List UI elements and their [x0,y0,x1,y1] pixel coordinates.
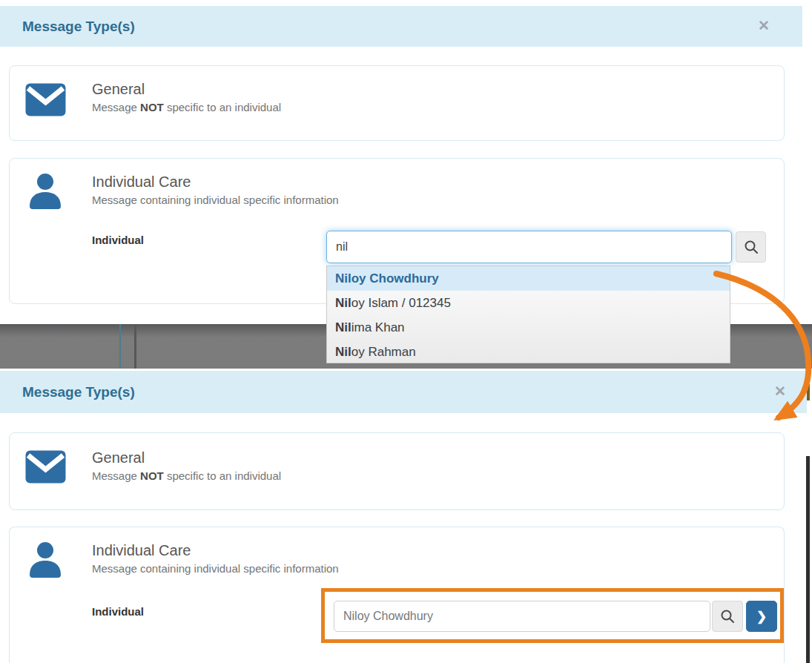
general-message-type-card[interactable]: General Message NOT specific to an indiv… [9,65,785,141]
card-title: General [92,79,281,99]
search-icon [744,240,759,254]
suggestion-item[interactable]: Niloy Islam / 012345 [327,291,730,315]
person-icon [30,174,61,209]
card-description: Message containing individual specific i… [92,192,339,208]
background-edge-line [806,456,810,663]
card-title: Individual Care [92,172,339,192]
close-icon[interactable]: ✕ [758,19,770,33]
envelope-icon [25,83,66,116]
general-message-type-card[interactable]: General Message NOT specific to an indiv… [9,432,785,510]
suggestion-item[interactable]: Nilima Khan [327,315,730,340]
search-button[interactable] [712,601,743,632]
person-icon [30,542,61,578]
individual-search-input[interactable] [326,231,732,263]
page-title: Message Type(s) [22,19,135,35]
search-icon [720,609,735,624]
autocomplete-dropdown: Niloy Chowdhury Niloy Islam / 012345 Nil… [326,265,730,363]
card-description: Message NOT specific to an individual [92,99,281,115]
dialog-before-header: Message Type(s) ✕ [0,6,802,47]
submit-button[interactable]: ❯ [746,601,777,632]
card-title: Individual Care [92,541,339,561]
chevron-right-icon: ❯ [756,609,767,624]
individual-field-label: Individual [92,605,144,618]
card-title: General [92,448,281,468]
background-divider-line [119,324,121,369]
search-button[interactable] [736,231,766,263]
individual-search-input[interactable] [334,601,710,632]
card-description: Message containing individual specific i… [92,561,339,576]
card-description: Message NOT specific to an individual [92,468,281,484]
page-title: Message Type(s) [22,384,135,400]
background-divider-line [134,324,136,369]
envelope-icon [25,450,66,484]
individual-field-label: Individual [92,234,144,246]
suggestion-item[interactable]: Niloy Rahman [327,340,730,364]
dialog-after-header: Message Type(s) ✕ [0,371,807,413]
close-icon[interactable]: ✕ [774,384,786,398]
suggestion-item[interactable]: Niloy Chowdhury [327,266,730,291]
